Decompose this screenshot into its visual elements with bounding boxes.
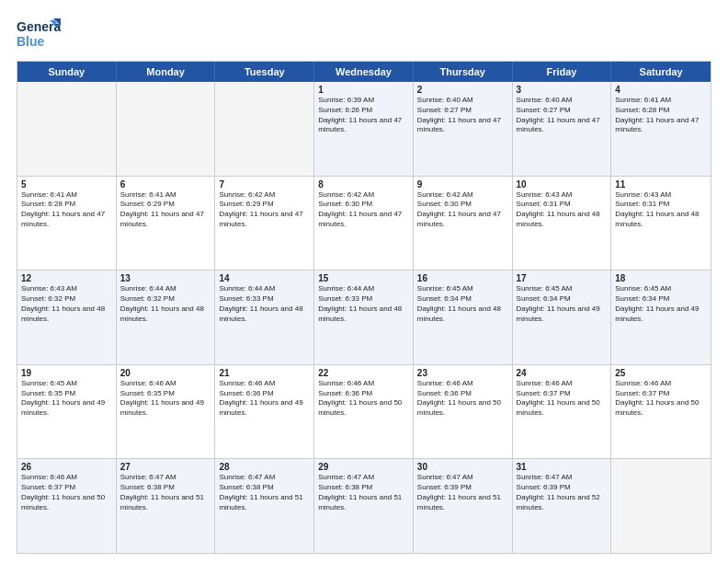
day-number: 10 (517, 179, 608, 190)
calendar-cell: 4Sunrise: 6:41 AMSunset: 6:28 PMDaylight… (611, 82, 711, 176)
calendar-cell: 12Sunrise: 6:43 AMSunset: 6:32 PMDayligh… (17, 270, 117, 364)
day-number: 14 (219, 273, 310, 283)
cell-info: Sunrise: 6:46 AMSunset: 6:36 PMDaylight:… (318, 379, 409, 419)
day-number: 25 (615, 368, 707, 378)
calendar-cell: 10Sunrise: 6:43 AMSunset: 6:31 PMDayligh… (513, 177, 612, 270)
day-number: 7 (219, 179, 310, 190)
svg-text:Blue: Blue (17, 34, 45, 49)
calendar-day-header: Monday (117, 62, 216, 82)
day-number: 27 (120, 462, 211, 472)
calendar-row: 19Sunrise: 6:45 AMSunset: 6:35 PMDayligh… (17, 364, 711, 459)
calendar-row: 1Sunrise: 6:39 AMSunset: 6:26 PMDaylight… (17, 82, 711, 176)
cell-info: Sunrise: 6:41 AMSunset: 6:28 PMDaylight:… (615, 96, 707, 135)
day-number: 18 (615, 273, 707, 283)
cell-info: Sunrise: 6:46 AMSunset: 6:36 PMDaylight:… (219, 379, 310, 419)
calendar-cell: 7Sunrise: 6:42 AMSunset: 6:29 PMDaylight… (215, 177, 314, 270)
day-number: 5 (21, 179, 112, 190)
cell-info: Sunrise: 6:47 AMSunset: 6:38 PMDaylight:… (318, 473, 409, 512)
calendar-cell: 23Sunrise: 6:46 AMSunset: 6:36 PMDayligh… (414, 365, 513, 459)
day-number: 28 (219, 462, 310, 472)
calendar-cell: 29Sunrise: 6:47 AMSunset: 6:38 PMDayligh… (314, 459, 414, 553)
day-number: 1 (318, 85, 409, 95)
calendar-cell: 15Sunrise: 6:44 AMSunset: 6:33 PMDayligh… (314, 270, 414, 364)
cell-info: Sunrise: 6:40 AMSunset: 6:27 PMDaylight:… (517, 96, 608, 135)
calendar-cell (611, 459, 711, 553)
calendar-cell: 3Sunrise: 6:40 AMSunset: 6:27 PMDaylight… (513, 82, 612, 176)
calendar-cell: 19Sunrise: 6:45 AMSunset: 6:35 PMDayligh… (17, 365, 117, 459)
cell-info: Sunrise: 6:44 AMSunset: 6:32 PMDaylight:… (120, 284, 211, 324)
day-number: 6 (120, 179, 211, 190)
calendar-cell: 18Sunrise: 6:45 AMSunset: 6:34 PMDayligh… (611, 270, 711, 364)
day-number: 4 (615, 85, 707, 95)
calendar: SundayMondayTuesdayWednesdayThursdayFrid… (17, 61, 711, 554)
calendar-cell (117, 82, 216, 176)
calendar-day-header: Thursday (414, 62, 513, 82)
cell-info: Sunrise: 6:42 AMSunset: 6:29 PMDaylight:… (219, 190, 310, 230)
cell-info: Sunrise: 6:44 AMSunset: 6:33 PMDaylight:… (318, 284, 409, 324)
cell-info: Sunrise: 6:46 AMSunset: 6:37 PMDaylight:… (517, 379, 608, 419)
day-number: 21 (219, 368, 310, 378)
day-number: 8 (318, 179, 409, 190)
calendar-cell: 24Sunrise: 6:46 AMSunset: 6:37 PMDayligh… (513, 365, 612, 459)
cell-info: Sunrise: 6:47 AMSunset: 6:38 PMDaylight:… (219, 473, 310, 512)
calendar-cell: 14Sunrise: 6:44 AMSunset: 6:33 PMDayligh… (215, 270, 314, 364)
calendar-cell: 20Sunrise: 6:46 AMSunset: 6:35 PMDayligh… (117, 365, 216, 459)
cell-info: Sunrise: 6:46 AMSunset: 6:37 PMDaylight:… (21, 473, 112, 512)
day-number: 2 (417, 85, 508, 95)
day-number: 13 (120, 273, 211, 283)
day-number: 26 (21, 462, 112, 472)
calendar-day-header: Tuesday (215, 62, 314, 82)
calendar-cell: 11Sunrise: 6:43 AMSunset: 6:31 PMDayligh… (611, 177, 711, 270)
cell-info: Sunrise: 6:45 AMSunset: 6:34 PMDaylight:… (615, 284, 707, 324)
calendar-cell: 6Sunrise: 6:41 AMSunset: 6:29 PMDaylight… (117, 177, 216, 270)
cell-info: Sunrise: 6:44 AMSunset: 6:33 PMDaylight:… (219, 284, 310, 324)
calendar-cell: 21Sunrise: 6:46 AMSunset: 6:36 PMDayligh… (215, 365, 314, 459)
day-number: 23 (417, 368, 508, 378)
day-number: 22 (318, 368, 409, 378)
calendar-cell: 28Sunrise: 6:47 AMSunset: 6:38 PMDayligh… (215, 459, 314, 553)
day-number: 30 (417, 462, 508, 472)
calendar-cell: 30Sunrise: 6:47 AMSunset: 6:39 PMDayligh… (414, 459, 513, 553)
calendar-row: 12Sunrise: 6:43 AMSunset: 6:32 PMDayligh… (17, 270, 711, 364)
day-number: 31 (517, 462, 608, 472)
calendar-header: SundayMondayTuesdayWednesdayThursdayFrid… (17, 62, 711, 82)
calendar-cell (215, 82, 314, 176)
day-number: 17 (517, 273, 608, 283)
day-number: 19 (21, 368, 112, 378)
calendar-cell: 2Sunrise: 6:40 AMSunset: 6:27 PMDaylight… (414, 82, 513, 176)
header: GeneralBlue (17, 17, 711, 52)
svg-text:General: General (17, 19, 61, 34)
calendar-cell: 17Sunrise: 6:45 AMSunset: 6:34 PMDayligh… (513, 270, 612, 364)
calendar-cell: 22Sunrise: 6:46 AMSunset: 6:36 PMDayligh… (314, 365, 414, 459)
day-number: 12 (21, 273, 112, 283)
cell-info: Sunrise: 6:45 AMSunset: 6:34 PMDaylight:… (417, 284, 508, 324)
calendar-cell (17, 82, 117, 176)
cell-info: Sunrise: 6:41 AMSunset: 6:28 PMDaylight:… (21, 190, 112, 230)
cell-info: Sunrise: 6:45 AMSunset: 6:34 PMDaylight:… (517, 284, 608, 324)
day-number: 16 (417, 273, 508, 283)
cell-info: Sunrise: 6:43 AMSunset: 6:32 PMDaylight:… (21, 284, 112, 324)
calendar-cell: 13Sunrise: 6:44 AMSunset: 6:32 PMDayligh… (117, 270, 216, 364)
cell-info: Sunrise: 6:39 AMSunset: 6:26 PMDaylight:… (318, 96, 409, 135)
calendar-cell: 16Sunrise: 6:45 AMSunset: 6:34 PMDayligh… (414, 270, 513, 364)
calendar-row: 5Sunrise: 6:41 AMSunset: 6:28 PMDaylight… (17, 176, 711, 270)
calendar-row: 26Sunrise: 6:46 AMSunset: 6:37 PMDayligh… (17, 458, 711, 553)
logo-svg: GeneralBlue (17, 17, 61, 52)
calendar-cell: 8Sunrise: 6:42 AMSunset: 6:30 PMDaylight… (314, 177, 414, 270)
calendar-day-header: Wednesday (314, 62, 414, 82)
cell-info: Sunrise: 6:40 AMSunset: 6:27 PMDaylight:… (417, 96, 508, 135)
day-number: 15 (318, 273, 409, 283)
cell-info: Sunrise: 6:47 AMSunset: 6:39 PMDaylight:… (517, 473, 608, 512)
cell-info: Sunrise: 6:43 AMSunset: 6:31 PMDaylight:… (615, 190, 707, 230)
day-number: 20 (120, 368, 211, 378)
page: GeneralBlue SundayMondayTuesdayWednesday… (0, 0, 728, 563)
day-number: 11 (615, 179, 707, 190)
calendar-cell: 25Sunrise: 6:46 AMSunset: 6:37 PMDayligh… (611, 365, 711, 459)
cell-info: Sunrise: 6:47 AMSunset: 6:39 PMDaylight:… (417, 473, 508, 512)
calendar-cell: 9Sunrise: 6:42 AMSunset: 6:30 PMDaylight… (414, 177, 513, 270)
calendar-day-header: Sunday (17, 62, 117, 82)
day-number: 29 (318, 462, 409, 472)
calendar-cell: 1Sunrise: 6:39 AMSunset: 6:26 PMDaylight… (314, 82, 414, 176)
day-number: 3 (517, 85, 608, 95)
cell-info: Sunrise: 6:46 AMSunset: 6:37 PMDaylight:… (615, 379, 707, 419)
